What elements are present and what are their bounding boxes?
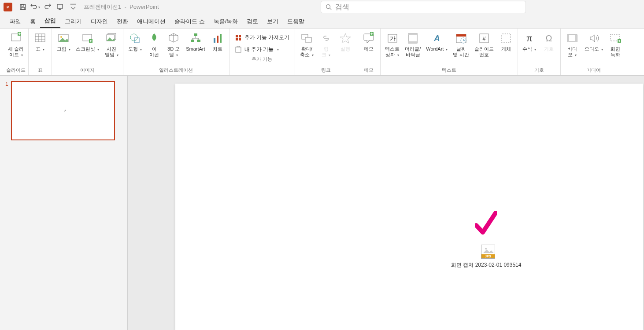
thumb-content-mark: ✓ <box>64 109 67 113</box>
tab-전환[interactable]: 전환 <box>112 15 133 28</box>
audio-icon <box>587 31 601 45</box>
new-slide-button[interactable]: 새 슬라이드 ▾ <box>6 30 26 59</box>
btn-label: 수식 ▾ <box>522 46 536 52</box>
svg-point-50 <box>485 248 487 249</box>
chevron-down-icon: ▾ <box>446 48 448 51</box>
jpg-badge: JPG <box>481 254 495 258</box>
video-button[interactable]: 비디오 ▾ <box>563 30 581 59</box>
redo-button[interactable] <box>42 2 53 12</box>
photo-album-button[interactable]: 사진앨범 ▾ <box>103 30 120 59</box>
save-icon <box>19 4 26 11</box>
link-button: 링크 ▾ <box>317 30 335 59</box>
image-caption[interactable]: 화면 캡처 2023-02-01 093514 <box>451 261 521 269</box>
svg-text:π: π <box>526 33 533 43</box>
tab-애니메이션[interactable]: 애니메이션 <box>133 15 170 28</box>
ribbon-tabs: 파일홈삽입그리기디자인전환애니메이션슬라이드 쇼녹음/녹화검토보기도움말 <box>0 14 644 28</box>
my-addins-button[interactable]: 내 추가 기능▾ <box>232 44 292 55</box>
group-label: 일러스트레이션 <box>126 66 226 75</box>
chevron-down-icon <box>70 4 77 11</box>
equation-button[interactable]: π수식 ▾ <box>521 30 538 53</box>
svg-rect-7 <box>35 34 45 42</box>
my-addins-icon <box>235 46 242 53</box>
undo-button[interactable]: ▾ <box>30 2 41 12</box>
tab-녹음/녹화[interactable]: 녹음/녹화 <box>209 15 243 28</box>
search-placeholder: 검색 <box>335 3 349 12</box>
table-icon <box>33 31 47 45</box>
shapes-button[interactable]: 도형 ▾ <box>126 30 144 53</box>
tab-슬라이드 쇼[interactable]: 슬라이드 쇼 <box>170 15 209 28</box>
screenshot-button[interactable]: 스크린샷 ▾ <box>74 30 101 53</box>
object-button[interactable]: 개체 <box>497 30 515 53</box>
slide-canvas-area[interactable]: JPG 화면 캡처 2023-02-01 093514 <box>128 76 644 330</box>
save-button[interactable] <box>18 2 28 12</box>
group-label: 메모 <box>360 66 378 75</box>
chevron-down-icon: ▾ <box>329 53 330 57</box>
btn-label: 날짜및 시간 <box>453 46 469 58</box>
header-footer-button[interactable]: 머리글/바닥글 <box>403 30 422 59</box>
chevron-down-icon: ▾ <box>534 48 536 51</box>
redo-icon <box>44 4 51 11</box>
svg-text:#: # <box>482 35 486 42</box>
icons-icon <box>147 31 161 45</box>
btn-label: 실행 <box>341 46 350 52</box>
pictures-button[interactable]: 그림 ▾ <box>55 30 72 53</box>
svg-text:A: A <box>433 34 440 43</box>
btn-label: 개체 <box>501 46 511 52</box>
pictures-icon <box>56 31 70 45</box>
undo-icon <box>30 4 37 11</box>
3d-models-button[interactable]: 3D 모델 ▾ <box>165 30 182 59</box>
audio-button[interactable]: 오디오 ▾ <box>583 30 605 53</box>
table-button[interactable]: 표 ▾ <box>31 30 49 53</box>
btn-label: SmartArt <box>186 46 205 52</box>
tab-그리기[interactable]: 그리기 <box>60 15 86 28</box>
zoom-button[interactable]: 확대/축소 ▾ <box>298 30 315 59</box>
smartart-button[interactable]: SmartArt <box>184 30 207 53</box>
svg-rect-16 <box>194 33 197 36</box>
tab-파일[interactable]: 파일 <box>5 15 26 28</box>
title-sep: - <box>124 4 126 10</box>
btn-label: 사진앨범 ▾ <box>105 46 118 58</box>
chart-button[interactable]: 차트 <box>209 30 226 53</box>
btn-label: 오디오 ▾ <box>585 46 603 52</box>
tab-홈[interactable]: 홈 <box>26 15 40 28</box>
get-addins-button[interactable]: 추가 기능 가져오기 <box>232 32 292 43</box>
screenshot-icon <box>81 31 95 45</box>
icons-button[interactable]: 아이콘 <box>145 30 163 59</box>
tab-검토[interactable]: 검토 <box>242 15 263 28</box>
svg-rect-42 <box>502 34 511 43</box>
checkmark-shape[interactable] <box>475 211 497 238</box>
thumbnail-pane[interactable]: 1 ✓ <box>0 76 128 330</box>
action-button: 실행 <box>337 30 354 53</box>
svg-rect-21 <box>220 34 222 43</box>
3d-models-icon <box>167 31 181 45</box>
text-box-button[interactable]: 가텍스트상자 ▾ <box>383 30 401 59</box>
svg-point-4 <box>326 5 330 9</box>
svg-rect-22 <box>236 35 238 37</box>
svg-rect-15 <box>134 38 139 43</box>
wordart-button[interactable]: AWordArt ▾ <box>424 30 449 53</box>
photo-album-icon <box>104 31 118 45</box>
powerpoint-app-icon: P <box>4 3 12 11</box>
image-placeholder[interactable]: JPG <box>481 245 495 259</box>
symbol-button: Ω기호 <box>540 30 558 53</box>
window-title: 프레젠테이션1 - PowerPoint <box>84 3 159 11</box>
action-icon <box>338 31 352 45</box>
qat-more-button[interactable] <box>68 2 78 12</box>
slide-thumbnail[interactable]: ✓ <box>11 81 115 140</box>
slide-number-button[interactable]: #슬라이드번호 <box>473 30 496 59</box>
header-footer-icon <box>406 31 420 45</box>
date-time-button[interactable]: 날짜및 시간 <box>451 30 470 59</box>
btn-label: 스크린샷 ▾ <box>76 46 99 52</box>
tab-도움말[interactable]: 도움말 <box>283 15 309 28</box>
chevron-down-icon: ▾ <box>38 5 40 9</box>
slideshow-button[interactable] <box>55 2 65 12</box>
svg-rect-19 <box>214 38 215 43</box>
tab-디자인[interactable]: 디자인 <box>86 15 112 28</box>
search-input[interactable]: 검색 <box>321 1 526 13</box>
video-icon <box>565 31 579 45</box>
tab-보기[interactable]: 보기 <box>263 15 283 28</box>
screen-recording-button[interactable]: 화면녹화 <box>607 30 624 59</box>
slide-canvas[interactable]: JPG 화면 캡처 2023-02-01 093514 <box>175 84 643 330</box>
tab-삽입[interactable]: 삽입 <box>40 14 60 28</box>
comment-button[interactable]: 메모 <box>360 30 378 53</box>
